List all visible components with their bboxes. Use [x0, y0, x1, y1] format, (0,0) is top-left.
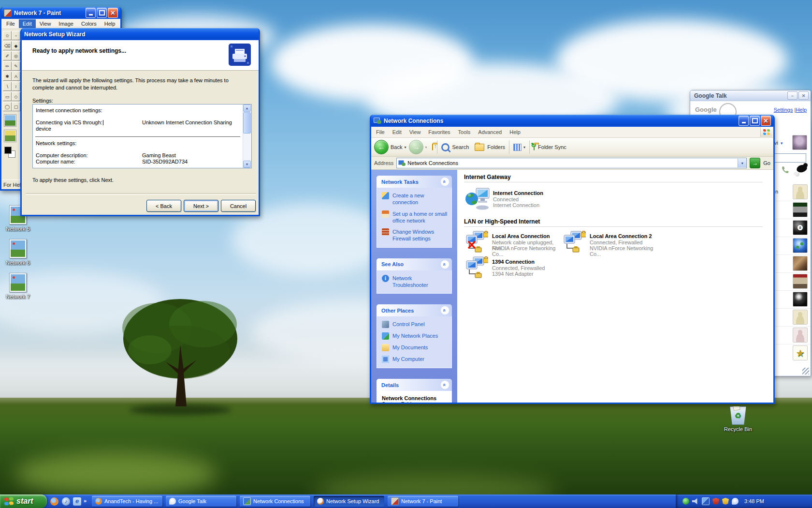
- desktop-icon-network-7[interactable]: Network 7: [0, 273, 36, 299]
- status-dropdown-icon[interactable]: ▼: [780, 141, 783, 146]
- airbrush-tool-icon[interactable]: ✱: [3, 72, 12, 81]
- close-button[interactable]: ✕: [761, 116, 771, 126]
- minimize-button[interactable]: –: [787, 91, 798, 100]
- quicklaunch-internet-explorer-icon[interactable]: e: [73, 497, 81, 506]
- tray-security-icon[interactable]: [712, 498, 719, 505]
- address-dropdown-button[interactable]: ▾: [738, 159, 746, 167]
- tray-network-icon[interactable]: [702, 497, 710, 505]
- menu-view[interactable]: View: [406, 128, 425, 136]
- scroll-up-button[interactable]: ▲: [243, 105, 251, 112]
- minimize-button[interactable]: [86, 8, 96, 18]
- my-network-places-link[interactable]: My Network Places: [382, 332, 449, 340]
- menu-advanced[interactable]: Advanced: [474, 128, 506, 136]
- collapse-chevron-icon[interactable]: «: [440, 260, 450, 269]
- curve-tool-icon[interactable]: ≀: [12, 82, 20, 91]
- quicklaunch-media-player-icon[interactable]: ♪: [62, 497, 70, 506]
- back-button[interactable]: < Back: [146, 200, 181, 212]
- menu-help[interactable]: Help: [101, 19, 119, 28]
- scroll-down-button[interactable]: ▼: [243, 161, 251, 168]
- back-button[interactable]: ← Back ▾: [374, 140, 406, 154]
- views-button[interactable]: ▾: [513, 144, 525, 151]
- collapse-chevron-icon[interactable]: «: [440, 380, 450, 389]
- taskbar-button-google-talk[interactable]: Google Talk: [166, 496, 236, 507]
- tray-volume-icon[interactable]: [692, 498, 699, 505]
- wizard-titlebar[interactable]: Network Setup Wizard: [22, 28, 259, 40]
- settings-scrollbar[interactable]: ▲ ▼: [243, 105, 251, 168]
- cancel-button[interactable]: Cancel: [221, 200, 256, 212]
- taskbar-button-paint[interactable]: Network 7 - Paint: [388, 496, 458, 507]
- close-button[interactable]: ✕: [108, 8, 118, 18]
- taskbar-clock[interactable]: 3:48 PM: [744, 498, 764, 504]
- desktop-icon-recycle-bin[interactable]: ♻ Recycle Bin: [720, 406, 756, 432]
- next-button[interactable]: Next >: [184, 200, 218, 212]
- network-troubleshooter-link[interactable]: i Network Troubleshooter: [382, 275, 449, 289]
- magnifier-tool-icon[interactable]: ◎: [12, 51, 20, 60]
- local-area-connection-2-item[interactable]: Local Area Connection 2 Connected, Firew…: [563, 231, 659, 256]
- menu-help[interactable]: Help: [506, 128, 524, 136]
- menu-view[interactable]: View: [36, 19, 55, 28]
- call-phone-icon[interactable]: [781, 165, 790, 174]
- tray-updates-icon[interactable]: [722, 498, 729, 505]
- taskbar-button-network-setup-wizard[interactable]: Network Setup Wizard: [314, 496, 384, 507]
- tray-messenger-icon[interactable]: [682, 498, 689, 505]
- close-button[interactable]: ✕: [798, 91, 809, 100]
- address-combobox[interactable]: Network Connections ▾: [396, 158, 747, 168]
- folder-sync-button[interactable]: ↻ Folder Sync: [534, 144, 566, 150]
- 1394-connection-item[interactable]: 1394 Connection Connected, Firewalled 13…: [465, 256, 562, 282]
- go-button[interactable]: →: [750, 158, 760, 168]
- menu-edit[interactable]: Edit: [19, 19, 36, 28]
- create-new-connection-link[interactable]: Create a new connection: [382, 192, 449, 206]
- minimize-button[interactable]: [739, 116, 749, 126]
- maximize-button[interactable]: [750, 116, 760, 126]
- eraser-tool-icon[interactable]: ⌫: [3, 41, 12, 50]
- details-header[interactable]: Details «: [377, 379, 452, 391]
- quicklaunch-firefox-icon[interactable]: [50, 497, 58, 506]
- rounded-rectangle-tool-icon[interactable]: ▢: [12, 102, 20, 111]
- menu-image[interactable]: Image: [55, 19, 77, 28]
- internet-connection-item[interactable]: Internet Connection Connected Internet C…: [465, 186, 600, 214]
- menu-file[interactable]: File: [2, 19, 19, 28]
- resize-grip[interactable]: [802, 368, 809, 374]
- local-area-connection-item[interactable]: Local Area Connection Network cable unpl…: [465, 231, 562, 256]
- change-firewall-settings-link[interactable]: Change Windows Firewall settings: [382, 228, 449, 242]
- my-documents-link[interactable]: My Documents: [382, 344, 449, 351]
- ellipse-tool-icon[interactable]: ◯: [3, 102, 12, 111]
- back-dropdown-icon[interactable]: ▾: [404, 145, 406, 149]
- user-avatar-alien[interactable]: [792, 135, 807, 150]
- forward-button[interactable]: → ▾: [409, 140, 427, 154]
- folders-button[interactable]: Folders: [475, 144, 505, 151]
- quicklaunch-overflow-chevron[interactable]: »: [84, 498, 87, 504]
- line-tool-icon[interactable]: ∖: [3, 82, 12, 91]
- color-swatch-selector[interactable]: [4, 146, 16, 159]
- taskbar-button-anandtech[interactable]: AnandTech - Having ...: [92, 496, 162, 507]
- control-panel-link[interactable]: Control Panel: [382, 321, 449, 328]
- text-tool-icon[interactable]: A: [12, 72, 20, 81]
- brush-tool-icon[interactable]: ✎: [12, 61, 20, 71]
- rectangle-tool-icon[interactable]: ▭: [3, 92, 12, 101]
- taskbar-button-network-connections[interactable]: Network Connections: [240, 496, 310, 507]
- fill-tool-icon[interactable]: ◆: [12, 41, 20, 50]
- select-tool-icon[interactable]: ▫: [12, 31, 20, 40]
- nc-titlebar[interactable]: Network Connections ✕: [371, 115, 773, 127]
- settings-box[interactable]: Internet connection settings: Connecting…: [32, 104, 252, 168]
- maximize-button[interactable]: [97, 8, 107, 18]
- collapse-chevron-icon[interactable]: «: [440, 306, 450, 315]
- pick-color-tool-icon[interactable]: ✐: [3, 51, 12, 60]
- contact-avatar-crow[interactable]: [793, 163, 809, 178]
- menu-edit[interactable]: Edit: [389, 128, 406, 136]
- free-select-tool-icon[interactable]: ✩: [3, 31, 12, 40]
- menu-file[interactable]: File: [372, 128, 389, 136]
- setup-home-network-link[interactable]: Set up a home or small office network: [382, 210, 449, 224]
- help-link[interactable]: Help: [796, 107, 807, 113]
- pencil-tool-icon[interactable]: ✏: [3, 61, 12, 71]
- other-places-header[interactable]: Other Places «: [377, 304, 452, 316]
- scroll-thumb[interactable]: [243, 112, 251, 134]
- polygon-tool-icon[interactable]: ◇: [12, 92, 20, 101]
- menu-colors[interactable]: Colors: [77, 19, 101, 28]
- see-also-header[interactable]: See Also «: [377, 258, 452, 270]
- settings-link[interactable]: Settings: [774, 107, 793, 113]
- start-button[interactable]: start: [0, 494, 47, 508]
- desktop-icon-network-6[interactable]: Network 6: [0, 239, 36, 266]
- gtalk-titlebar[interactable]: Google Talk – ✕: [690, 90, 811, 101]
- search-button[interactable]: Search: [441, 143, 469, 151]
